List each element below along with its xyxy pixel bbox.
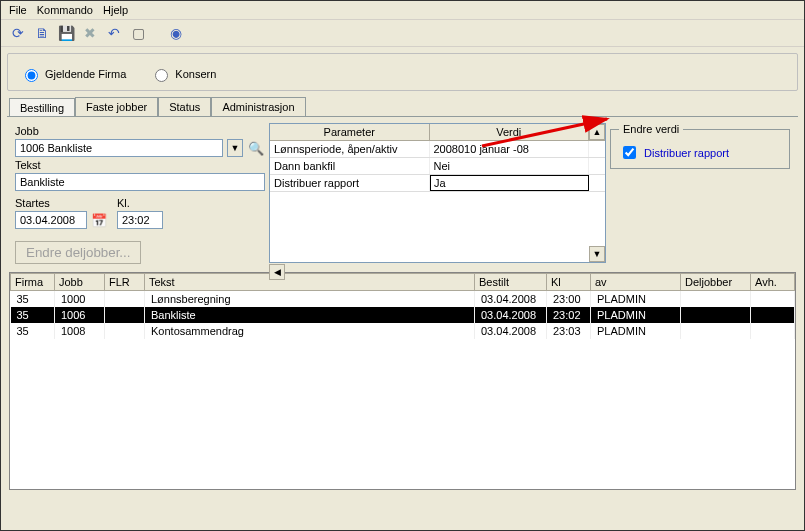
param-row[interactable]: Dann bankfil Nei (270, 158, 605, 175)
delete-icon[interactable]: ✖ (81, 24, 99, 42)
menu-hjelp[interactable]: Hjelp (103, 4, 128, 16)
col-bestilt[interactable]: Bestilt (475, 274, 547, 291)
table-cell: 1008 (55, 323, 105, 339)
col-tekst[interactable]: Tekst (145, 274, 475, 291)
col-flr[interactable]: FLR (105, 274, 145, 291)
param-cell: Distribuer rapport (270, 175, 430, 191)
table-cell (105, 307, 145, 323)
search-icon[interactable]: 🔍 (247, 139, 265, 157)
table-cell: 03.04.2008 (475, 323, 547, 339)
kl-input[interactable] (117, 211, 163, 229)
document-icon[interactable]: 🗎 (33, 24, 51, 42)
tekst-input[interactable] (15, 173, 265, 191)
table-cell (681, 291, 751, 308)
jobs-grid[interactable]: Firma Jobb FLR Tekst Bestilt Kl av Deljo… (9, 272, 796, 490)
table-cell (751, 307, 795, 323)
param-row[interactable]: Lønnsperiode, åpen/aktiv 2008010 januar … (270, 141, 605, 158)
table-cell (681, 323, 751, 339)
scroll-down-icon[interactable]: ▼ (589, 246, 605, 262)
table-cell: 23:00 (547, 291, 591, 308)
col-avh[interactable]: Avh. (751, 274, 795, 291)
tab-status[interactable]: Status (158, 97, 211, 116)
startes-label: Startes (15, 197, 107, 209)
table-cell: 23:02 (547, 307, 591, 323)
menu-file[interactable]: File (9, 4, 27, 16)
gjeldende-firma-radio[interactable]: Gjeldende Firma (20, 66, 126, 82)
table-cell: 35 (11, 323, 55, 339)
table-cell: 1006 (55, 307, 105, 323)
menubar: File Kommando Hjelp (1, 1, 804, 20)
table-cell: Kontosammendrag (145, 323, 475, 339)
param-row[interactable]: Distribuer rapport Ja (270, 175, 605, 192)
save-icon[interactable]: 💾 (57, 24, 75, 42)
tab-bestilling[interactable]: Bestilling (9, 98, 75, 117)
col-deljobber[interactable]: Deljobber (681, 274, 751, 291)
new-icon[interactable]: ▢ (129, 24, 147, 42)
tab-administrasjon[interactable]: Administrasjon (211, 97, 305, 116)
table-cell: 35 (11, 291, 55, 308)
kl-label: Kl. (117, 197, 163, 209)
endre-verdi-fieldset: Endre verdi Distribuer rapport (610, 123, 790, 169)
param-value-edit[interactable]: Ja (430, 175, 589, 191)
param-value: 2008010 januar -08 (430, 141, 590, 157)
table-cell: Lønnsberegning (145, 291, 475, 308)
grid-empty-area (10, 339, 795, 489)
scope-radio-group: Gjeldende Firma Konsern (7, 53, 798, 91)
tekst-label: Tekst (15, 159, 265, 171)
menu-kommando[interactable]: Kommando (37, 4, 93, 16)
distribuer-rapport-label: Distribuer rapport (644, 147, 729, 159)
table-cell: 03.04.2008 (475, 307, 547, 323)
startes-input[interactable] (15, 211, 87, 229)
konsern-radio[interactable]: Konsern (150, 66, 216, 82)
scroll-left-icon[interactable]: ◀ (269, 264, 285, 280)
table-cell (105, 323, 145, 339)
table-cell: PLADMIN (591, 323, 681, 339)
table-cell: PLADMIN (591, 307, 681, 323)
param-col-verdi: Verdi (430, 124, 590, 140)
table-row[interactable]: 351000Lønnsberegning03.04.200823:00PLADM… (11, 291, 795, 308)
gjeldende-label: Gjeldende Firma (45, 68, 126, 80)
toolbar: ⟳ 🗎 💾 ✖ ↶ ▢ ◉ (1, 20, 804, 47)
col-av[interactable]: av (591, 274, 681, 291)
tabs: Bestilling Faste jobber Status Administr… (9, 97, 804, 116)
right-panel: Endre verdi Distribuer rapport (610, 123, 790, 264)
table-cell (105, 291, 145, 308)
param-cell: Lønnsperiode, åpen/aktiv (270, 141, 430, 157)
table-cell: PLADMIN (591, 291, 681, 308)
left-panel: Jobb ▼ 🔍 Tekst Startes 📅 Kl. Endre deljo… (15, 123, 265, 264)
table-row[interactable]: 351006Bankliste03.04.200823:02PLADMIN (11, 307, 795, 323)
table-cell: 35 (11, 307, 55, 323)
scroll-up-icon[interactable]: ▲ (589, 124, 605, 140)
konsern-label: Konsern (175, 68, 216, 80)
konsern-radio-input[interactable] (155, 69, 168, 82)
gjeldende-radio-input[interactable] (25, 69, 38, 82)
param-value: Nei (430, 158, 590, 174)
col-jobb[interactable]: Jobb (55, 274, 105, 291)
table-cell (751, 323, 795, 339)
param-col-parameter: Parameter (270, 124, 430, 140)
tab-faste-jobber[interactable]: Faste jobber (75, 97, 158, 116)
table-row[interactable]: 351008Kontosammendrag03.04.200823:03PLAD… (11, 323, 795, 339)
table-cell: 03.04.2008 (475, 291, 547, 308)
distribuer-rapport-checkbox[interactable] (623, 146, 636, 159)
table-cell (751, 291, 795, 308)
endre-verdi-legend: Endre verdi (619, 123, 683, 135)
endre-deljobber-button: Endre deljobber... (15, 241, 141, 264)
calendar-icon[interactable]: 📅 (91, 213, 107, 228)
jobb-label: Jobb (15, 125, 265, 137)
param-cell: Dann bankfil (270, 158, 430, 174)
undo-icon[interactable]: ↶ (105, 24, 123, 42)
table-cell (681, 307, 751, 323)
col-firma[interactable]: Firma (11, 274, 55, 291)
refresh-icon[interactable]: ⟳ (9, 24, 27, 42)
jobb-combo[interactable] (15, 139, 223, 157)
table-cell: Bankliste (145, 307, 475, 323)
help-icon[interactable]: ◉ (167, 24, 185, 42)
param-panel: Parameter Verdi Lønnsperiode, åpen/aktiv… (269, 123, 606, 264)
table-cell: 1000 (55, 291, 105, 308)
col-kl[interactable]: Kl (547, 274, 591, 291)
chevron-down-icon[interactable]: ▼ (227, 139, 243, 157)
table-cell: 23:03 (547, 323, 591, 339)
